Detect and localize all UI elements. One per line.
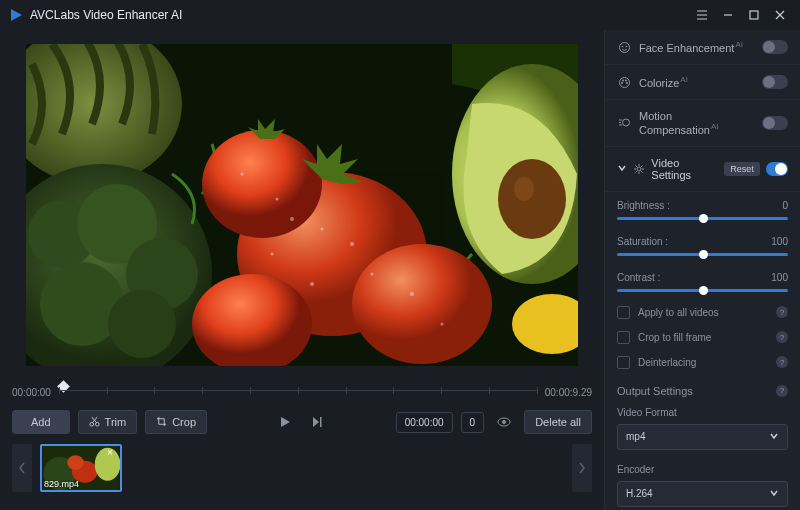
minimize-icon[interactable] <box>716 3 740 27</box>
thumbnail-row: × 829.mp4 <box>8 434 596 492</box>
svg-point-47 <box>621 82 623 84</box>
app-logo-icon <box>8 7 24 23</box>
face-enhancement-label: Face EnhancementAI <box>639 40 754 54</box>
contrast-value: 100 <box>771 272 788 283</box>
maximize-icon[interactable] <box>742 3 766 27</box>
output-settings-title: Output Settings <box>617 385 693 397</box>
svg-point-21 <box>276 198 279 201</box>
add-button[interactable]: Add <box>12 410 70 434</box>
svg-point-40 <box>619 42 629 52</box>
brightness-label: Brightness : <box>617 200 670 211</box>
svg-point-49 <box>637 167 641 171</box>
video-format-block: Video Format mp4 <box>605 403 800 460</box>
colorize-row: ColorizeAI <box>605 65 800 100</box>
chevron-down-icon <box>769 488 779 500</box>
video-settings-header: Video Settings Reset <box>605 147 800 192</box>
delete-all-button[interactable]: Delete all <box>524 410 592 434</box>
chevron-down-icon[interactable] <box>617 163 627 175</box>
help-icon[interactable]: ? <box>776 306 788 318</box>
titlebar-left: AVCLabs Video Enhancer AI <box>8 7 182 23</box>
saturation-label: Saturation : <box>617 236 668 247</box>
svg-point-14 <box>290 217 294 221</box>
deinterlacing-label: Deinterlacing <box>638 357 768 368</box>
svg-point-29 <box>95 422 99 426</box>
help-icon[interactable]: ? <box>776 331 788 343</box>
encoder-block: Encoder H.264 <box>605 460 800 510</box>
play-icon[interactable] <box>273 410 297 434</box>
svg-point-9 <box>108 290 176 358</box>
content: 00:00:00 00:00:9.29 Add Trim Crop 0 <box>0 30 800 510</box>
svg-point-26 <box>514 177 534 201</box>
trim-label: Trim <box>105 416 127 428</box>
apply-all-checkbox[interactable] <box>617 306 630 319</box>
svg-marker-0 <box>11 9 22 21</box>
svg-point-16 <box>350 242 354 246</box>
current-time-display[interactable]: 00:00:00 <box>396 412 453 433</box>
help-icon[interactable]: ? <box>776 385 788 397</box>
video-format-label: Video Format <box>617 407 788 418</box>
motion-icon <box>617 116 631 130</box>
titlebar: AVCLabs Video Enhancer AI <box>0 0 800 30</box>
svg-point-22 <box>410 292 414 296</box>
apply-all-label: Apply to all videos <box>638 307 768 318</box>
saturation-value: 100 <box>771 236 788 247</box>
brightness-slider[interactable] <box>617 217 788 220</box>
add-label: Add <box>31 416 51 428</box>
menu-icon[interactable] <box>690 3 714 27</box>
thumbnail-filename: 829.mp4 <box>44 479 79 489</box>
svg-point-48 <box>622 119 629 126</box>
video-settings-toggle[interactable] <box>766 162 788 176</box>
gear-icon <box>633 162 645 176</box>
svg-marker-31 <box>313 417 319 427</box>
face-enhancement-toggle[interactable] <box>762 40 788 54</box>
svg-point-45 <box>625 79 627 81</box>
contrast-slider[interactable] <box>617 289 788 292</box>
thumbnail-area: × 829.mp4 <box>40 444 564 492</box>
svg-point-38 <box>67 455 84 470</box>
main-area: 00:00:00 00:00:9.29 Add Trim Crop 0 <box>0 30 604 510</box>
motion-compensation-row: Motion CompensationAI <box>605 100 800 147</box>
svg-rect-32 <box>320 417 322 427</box>
svg-point-15 <box>321 228 324 231</box>
svg-point-23 <box>441 323 444 326</box>
timeline-start-label: 00:00:00 <box>12 387 51 398</box>
video-format-select[interactable]: mp4 <box>617 424 788 450</box>
timeline-track[interactable] <box>59 382 537 402</box>
face-enhancement-row: Face EnhancementAI <box>605 30 800 65</box>
crop-button[interactable]: Crop <box>145 410 207 434</box>
encoder-select[interactable]: H.264 <box>617 481 788 507</box>
contrast-slider-block: Contrast :100 <box>605 264 800 300</box>
colorize-toggle[interactable] <box>762 75 788 89</box>
crop-fill-label: Crop to fill frame <box>638 332 768 343</box>
svg-point-42 <box>625 45 627 47</box>
video-preview[interactable] <box>26 44 578 366</box>
saturation-slider[interactable] <box>617 253 788 256</box>
window-controls <box>690 3 792 27</box>
svg-point-28 <box>89 422 93 426</box>
preview-eye-icon[interactable] <box>492 410 516 434</box>
thumbnail-remove-icon[interactable]: × <box>107 447 119 459</box>
svg-point-18 <box>310 282 314 286</box>
face-icon <box>617 40 631 54</box>
contrast-label: Contrast : <box>617 272 660 283</box>
thumb-prev-icon[interactable] <box>12 444 32 492</box>
brightness-value: 0 <box>782 200 788 211</box>
reset-button[interactable]: Reset <box>724 162 760 176</box>
toolbar: Add Trim Crop 00:00:00 0 Delete all <box>8 410 596 434</box>
trim-button[interactable]: Trim <box>78 410 138 434</box>
video-format-value: mp4 <box>626 431 645 442</box>
next-frame-icon[interactable] <box>305 410 329 434</box>
crop-fill-row: Crop to fill frame ? <box>605 325 800 350</box>
delete-all-label: Delete all <box>535 416 581 428</box>
svg-point-43 <box>619 77 629 87</box>
frame-number-display[interactable]: 0 <box>461 412 485 433</box>
thumb-next-icon[interactable] <box>572 444 592 492</box>
crop-fill-checkbox[interactable] <box>617 331 630 344</box>
help-icon[interactable]: ? <box>776 356 788 368</box>
thumbnail-item[interactable]: × 829.mp4 <box>40 444 122 492</box>
motion-compensation-toggle[interactable] <box>762 116 788 130</box>
svg-point-12 <box>352 244 492 364</box>
colorize-icon <box>617 75 631 89</box>
deinterlacing-checkbox[interactable] <box>617 356 630 369</box>
close-icon[interactable] <box>768 3 792 27</box>
